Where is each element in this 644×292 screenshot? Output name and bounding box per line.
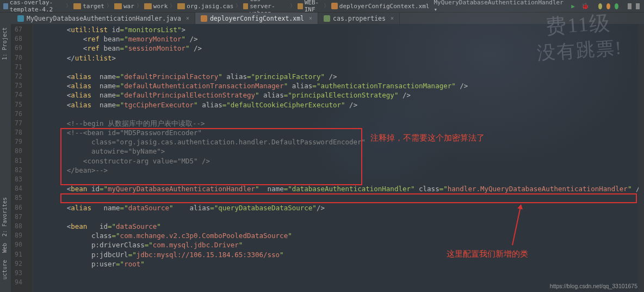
tab-properties[interactable]: cas.properties × <box>318 13 400 24</box>
xml-icon <box>201 15 207 22</box>
toolbar-icon[interactable] <box>606 3 610 9</box>
folder-icon <box>298 3 302 9</box>
project-root[interactable]: cas-overlay-template-4.2 <box>3 0 64 13</box>
breadcrumb-bar: cas-overlay-template-4.2 〉 target 〉 war … <box>0 0 644 12</box>
tool-structure[interactable]: ucture <box>0 257 9 283</box>
tab-java[interactable]: MyQueryDatabaseAuthenticationHandler.jav… <box>12 13 195 24</box>
breadcrumb-item[interactable]: target <box>73 3 104 10</box>
tab-label: cas.properties <box>333 15 386 22</box>
run-config-selector[interactable]: MyQueryDatabaseAuthenticationHandler ▾ <box>434 0 563 13</box>
tab-label: deployerConfigContext.xml <box>210 15 304 22</box>
folder-icon <box>73 3 81 9</box>
folder-icon <box>177 3 185 9</box>
annotation-text-2: 这里配置我们新增的类 <box>447 249 528 258</box>
debug-button[interactable]: 🐞 <box>581 3 589 10</box>
tool-window-strip: 1: Project 2: Favorites Web ucture <box>0 24 11 292</box>
annotation-text-1: 注释掉，不需要这个加密算法了 <box>370 133 485 142</box>
breadcrumb-sep: 〉 <box>66 2 71 10</box>
breadcrumb-item[interactable]: org.jasig.cas <box>177 3 233 10</box>
folder-icon <box>114 3 122 9</box>
tool-web[interactable]: Web <box>0 240 9 256</box>
close-icon[interactable]: × <box>391 15 394 21</box>
tab-label: MyQueryDatabaseAuthenticationHandler.jav… <box>27 15 181 22</box>
run-button[interactable]: ▶ <box>571 3 575 10</box>
xml-icon <box>331 3 338 9</box>
line-gutter: 6768697071727374757677787980818283848586… <box>11 24 28 292</box>
folder-icon <box>144 3 152 9</box>
folder-icon <box>243 3 248 9</box>
tool-favorites[interactable]: 2: Favorites <box>0 194 9 240</box>
breadcrumb-item[interactable]: work <box>144 3 168 10</box>
breadcrumb-file[interactable]: deployerConfigContext.xml <box>331 3 430 10</box>
close-icon[interactable]: × <box>186 15 189 21</box>
breadcrumb-item[interactable]: war <box>114 3 134 10</box>
editor[interactable]: 6768697071727374757677787980818283848586… <box>11 24 644 292</box>
properties-icon <box>324 15 330 22</box>
project-icon <box>3 3 8 9</box>
editor-tabs: MyQueryDatabaseAuthenticationHandler.jav… <box>0 12 644 24</box>
right-scrollbar[interactable] <box>639 24 644 292</box>
code-area[interactable]: <util:list id="monitorsList"> <ref bean=… <box>33 24 644 292</box>
tool-project[interactable]: 1: Project <box>0 24 9 63</box>
watermark: https://blog.csdn.net/qq_33101675 <box>550 283 637 289</box>
close-icon[interactable]: × <box>309 15 312 21</box>
toolbar-icon[interactable] <box>636 3 640 9</box>
tab-xml[interactable]: deployerConfigContext.xml × <box>195 13 318 24</box>
toolbar-icon[interactable] <box>598 3 602 9</box>
toolbar-icon[interactable] <box>615 3 618 9</box>
toolbar-icon[interactable] <box>628 3 631 9</box>
breadcrumb-item[interactable]: WEB-INF <box>298 0 321 13</box>
java-icon <box>17 15 24 22</box>
